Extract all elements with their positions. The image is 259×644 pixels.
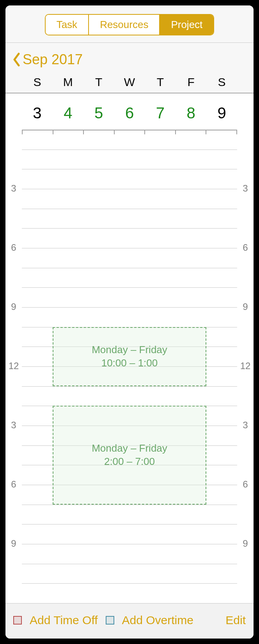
schedule-block-title: Monday – Friday xyxy=(92,442,167,455)
hour-line: 99 xyxy=(5,544,254,544)
hour-label-right: 6 xyxy=(237,242,254,253)
hour-line xyxy=(5,150,254,150)
edit-button[interactable]: Edit xyxy=(225,614,246,627)
schedule-block[interactable]: Monday – Friday2:00 – 7:00 xyxy=(53,406,206,504)
hour-line xyxy=(5,564,254,564)
hour-line xyxy=(5,209,254,209)
hour-line xyxy=(5,583,254,584)
weekday-thu: T xyxy=(145,76,176,89)
date-cell[interactable]: 9 xyxy=(206,104,237,122)
hour-label-left: 12 xyxy=(5,361,22,371)
hour-line xyxy=(5,386,254,387)
date-row-area: 3 4 5 6 7 8 9 xyxy=(5,93,254,130)
hour-line: 66 xyxy=(5,248,254,248)
hour-line xyxy=(5,603,254,604)
schedule-block-time: 2:00 – 7:00 xyxy=(104,455,155,468)
weekday-fri: F xyxy=(176,76,206,89)
weekday-sat: S xyxy=(206,76,237,89)
bottom-toolbar: Add Time Off Add Overtime Edit xyxy=(5,603,254,639)
hour-line xyxy=(5,169,254,169)
hour-line xyxy=(5,130,254,130)
hour-line xyxy=(5,505,254,505)
hour-line: 99 xyxy=(5,307,254,308)
hour-label-left: 3 xyxy=(5,183,22,194)
hour-line xyxy=(5,228,254,229)
date-cell[interactable]: 7 xyxy=(145,104,176,122)
hour-label-left: 3 xyxy=(5,420,22,431)
hour-line xyxy=(5,268,254,268)
hour-label-left: 6 xyxy=(5,479,22,490)
schedule-block-title: Monday – Friday xyxy=(92,343,167,357)
overtime-swatch-icon xyxy=(106,616,114,625)
schedule-block[interactable]: Monday – Friday10:00 – 1:00 xyxy=(53,327,206,386)
weekday-sun: S xyxy=(22,76,53,89)
hour-line xyxy=(5,287,254,288)
hour-label-left: 6 xyxy=(5,242,22,253)
hour-line xyxy=(5,524,254,524)
tab-project[interactable]: Project xyxy=(160,15,213,35)
add-overtime-button[interactable]: Add Overtime xyxy=(122,614,193,627)
hour-label-right: 3 xyxy=(237,420,254,431)
date-cell[interactable]: 4 xyxy=(53,104,83,122)
hour-line: 33 xyxy=(5,189,254,189)
back-to-month-button[interactable]: Sep 2017 xyxy=(12,51,83,68)
hour-label-right: 9 xyxy=(237,538,254,549)
hour-label-right: 12 xyxy=(237,361,254,371)
chevron-left-icon xyxy=(12,53,20,67)
view-segmented-control: Task Resources Project xyxy=(45,14,215,35)
month-nav: Sep 2017 xyxy=(5,43,254,72)
hour-label-right: 6 xyxy=(237,479,254,490)
weekday-wed: W xyxy=(114,76,145,89)
date-cell[interactable]: 6 xyxy=(114,104,145,122)
hour-label-right: 9 xyxy=(237,301,254,312)
hour-label-left: 9 xyxy=(5,301,22,312)
schedule-block-time: 10:00 – 1:00 xyxy=(101,357,158,370)
month-label: Sep 2017 xyxy=(23,51,83,68)
hour-label-right: 3 xyxy=(237,183,254,194)
week-grid[interactable]: 3366991212336699Monday – Friday10:00 – 1… xyxy=(5,130,254,603)
hour-label-left: 9 xyxy=(5,538,22,549)
date-cell[interactable]: 8 xyxy=(176,104,206,122)
weekday-mon: M xyxy=(53,76,83,89)
add-time-off-button[interactable]: Add Time Off xyxy=(30,614,98,627)
time-off-swatch-icon xyxy=(13,616,22,625)
tab-task[interactable]: Task xyxy=(46,15,89,35)
date-cell[interactable]: 5 xyxy=(83,104,114,122)
date-cell[interactable]: 3 xyxy=(22,104,53,122)
tab-resources[interactable]: Resources xyxy=(89,15,160,35)
weekday-header: S M T W T F S xyxy=(5,72,254,93)
top-toolbar: Task Resources Project xyxy=(5,5,254,43)
weekday-tue: T xyxy=(83,76,114,89)
column-ticks xyxy=(22,130,237,137)
app-window: Task Resources Project Sep 2017 S M T W … xyxy=(5,5,254,639)
